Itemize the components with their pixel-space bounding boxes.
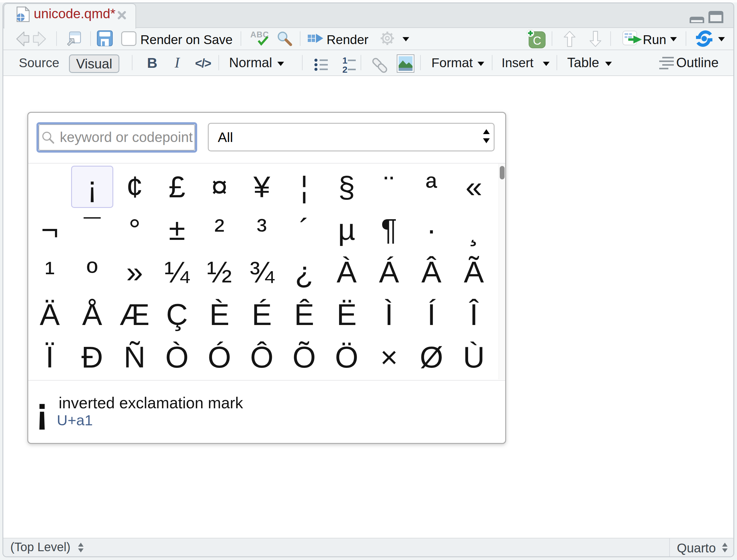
svg-text:1: 1: [343, 56, 348, 65]
svg-text:2: 2: [343, 64, 348, 73]
svg-text:C: C: [533, 34, 541, 47]
